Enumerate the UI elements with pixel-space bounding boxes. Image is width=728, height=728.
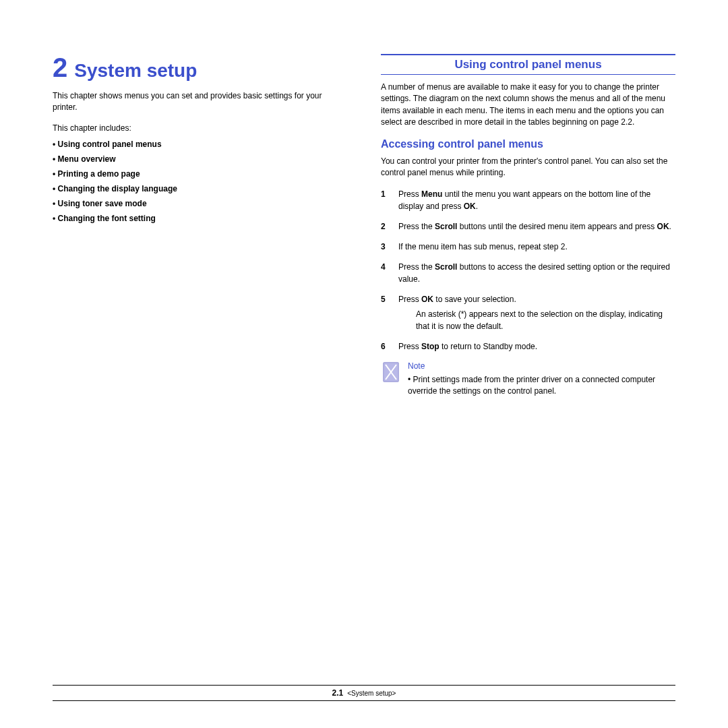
- left-column: 2 System setup This chapter shows menus …: [53, 54, 347, 398]
- section-heading-bar: Using control panel menus: [381, 54, 675, 75]
- step-item: 4 Press the Scroll buttons to access the…: [381, 261, 675, 285]
- step-text: Press the Scroll buttons until the desir…: [398, 222, 671, 231]
- step-text: Press OK to save your selection.: [398, 295, 516, 304]
- toc-item[interactable]: Using toner save mode: [53, 199, 347, 208]
- page-number: 2.1: [332, 688, 344, 698]
- chapter-toc: Using control panel menus Menu overview …: [53, 140, 347, 223]
- section-paragraph: A number of menus are available to make …: [381, 82, 675, 129]
- footer-crumb: <System setup>: [347, 690, 396, 697]
- subsection-title: Accessing control panel menus: [381, 138, 675, 150]
- toc-item[interactable]: Changing the display language: [53, 184, 347, 193]
- step-item: 3 If the menu item has sub menus, repeat…: [381, 241, 675, 253]
- manual-page: 2 System setup This chapter shows menus …: [0, 0, 728, 728]
- step-item: 6 Press Stop to return to Standby mode.: [381, 340, 675, 353]
- step-item: 1 Press Menu until the menu you want app…: [381, 188, 675, 212]
- chapter-title: System setup: [74, 61, 197, 80]
- step-item: 2 Press the Scroll buttons until the des…: [381, 220, 675, 233]
- step-number: 5: [381, 293, 386, 305]
- step-number: 1: [381, 188, 386, 200]
- toc-item[interactable]: Printing a demo page: [53, 169, 347, 179]
- toc-item[interactable]: Using control panel menus: [53, 140, 347, 149]
- page-footer: 2.1 <System setup>: [53, 685, 675, 701]
- step-text: If the menu item has sub menus, repeat s…: [398, 242, 568, 251]
- right-column: Using control panel menus A number of me…: [381, 54, 675, 398]
- includes-label: This chapter includes:: [53, 123, 347, 133]
- note-icon: [381, 361, 401, 384]
- note-block: Note Print settings made from the printe…: [381, 361, 675, 397]
- step-text: Press Stop to return to Standby mode.: [398, 342, 537, 351]
- note-label: Note: [408, 361, 675, 372]
- step-text: Press Menu until the menu you want appea…: [398, 189, 650, 211]
- note-text: Print settings made from the printer dri…: [408, 374, 675, 398]
- step-number: 2: [381, 220, 386, 233]
- step-extra-text: An asterisk (*) appears next to the sele…: [416, 308, 675, 332]
- chapter-intro: This chapter shows menus you can set and…: [53, 90, 347, 114]
- step-number: 4: [381, 261, 386, 273]
- subsection-paragraph: You can control your printer from the pr…: [381, 156, 675, 179]
- toc-item[interactable]: Changing the font setting: [53, 214, 347, 223]
- note-body: Note Print settings made from the printe…: [408, 361, 675, 397]
- step-item: 5 Press OK to save your selection. An as…: [381, 293, 675, 332]
- chapter-heading: 2 System setup: [53, 54, 347, 81]
- section-title: Using control panel menus: [454, 58, 601, 71]
- step-number: 6: [381, 340, 386, 353]
- chapter-number: 2: [53, 54, 67, 81]
- step-number: 3: [381, 241, 386, 253]
- two-column-layout: 2 System setup This chapter shows menus …: [53, 54, 675, 398]
- toc-item[interactable]: Menu overview: [53, 154, 347, 164]
- step-text: Press the Scroll buttons to access the d…: [398, 262, 670, 284]
- steps-list: 1 Press Menu until the menu you want app…: [381, 188, 675, 353]
